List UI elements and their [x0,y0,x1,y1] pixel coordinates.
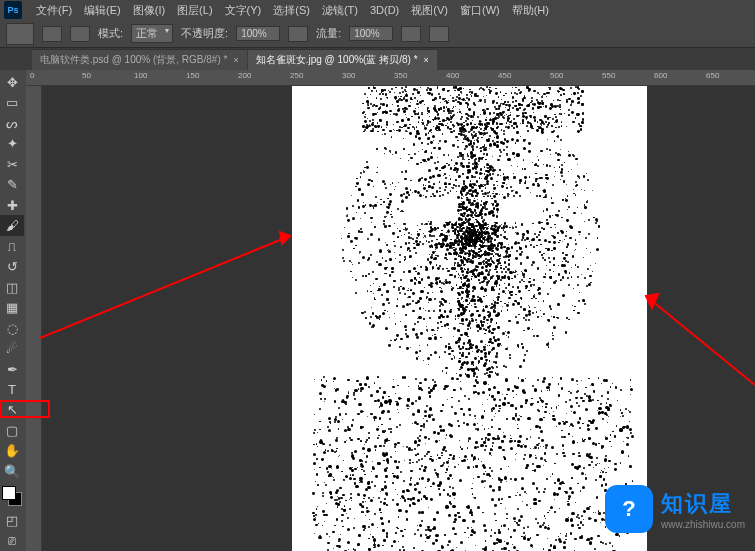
airbrush-toggle[interactable] [401,26,421,42]
menu-bar: Ps 文件(F) 编辑(E) 图像(I) 图层(L) 文字(Y) 选择(S) 滤… [0,0,755,20]
image-content [292,86,647,551]
opacity-label: 不透明度: [181,26,228,41]
brush-panel-toggle[interactable] [70,26,90,42]
foreground-color[interactable] [2,486,16,500]
tool-preset-picker[interactable] [6,23,34,45]
flow-field[interactable]: 100% [349,26,393,41]
document-tab[interactable]: 知名雀斑女.jpg @ 100%(蓝 拷贝/8) *× [248,49,437,70]
annotation-highlight [0,400,50,418]
marquee-tool[interactable]: ▭ [0,92,24,112]
menu-view[interactable]: 视图(V) [405,3,454,18]
mode-label: 模式: [98,26,123,41]
close-icon[interactable]: × [424,55,429,65]
close-icon[interactable]: × [233,55,238,65]
document-tab-bar: 电脑软件类.psd @ 100% (背景, RGB/8#) *× 知名雀斑女.j… [0,48,755,70]
menu-help[interactable]: 帮助(H) [506,3,555,18]
lasso-tool[interactable]: ᔕ [0,113,24,133]
pen-tool[interactable]: ✒ [0,359,24,379]
flow-label: 流量: [316,26,341,41]
menu-edit[interactable]: 编辑(E) [78,3,127,18]
tool-panel: ✥ ▭ ᔕ ✦ ✂ ✎ ✚ 🖌 ⎍ ↺ ◫ ▦ ◌ ☄ ✒ T ↖ ▢ ✋ 🔍 … [0,70,26,551]
svg-marker-3 [646,294,658,308]
hand-tool[interactable]: ✋ [0,441,24,461]
type-tool[interactable]: T [0,379,24,399]
brush-tool[interactable]: 🖌 [0,215,24,235]
menu-image[interactable]: 图像(I) [127,3,171,18]
menu-filter[interactable]: 滤镜(T) [316,3,364,18]
menu-file[interactable]: 文件(F) [30,3,78,18]
shape-tool[interactable]: ▢ [0,420,24,440]
menu-select[interactable]: 选择(S) [267,3,316,18]
canvas[interactable] [292,86,647,551]
menu-layer[interactable]: 图层(L) [171,3,218,18]
wand-tool[interactable]: ✦ [0,133,24,153]
app-logo: Ps [4,1,22,19]
stamp-tool[interactable]: ⎍ [0,236,24,256]
watermark-url: www.zhishiwu.com [661,519,745,530]
document-tab[interactable]: 电脑软件类.psd @ 100% (背景, RGB/8#) *× [32,49,247,70]
svg-line-0 [40,236,290,338]
gradient-tool[interactable]: ▦ [0,297,24,317]
blend-mode-select[interactable]: 正常 [131,24,173,43]
screen-mode-toggle[interactable]: ⎚ [0,531,24,551]
watermark-icon [605,485,653,533]
eraser-tool[interactable]: ◫ [0,277,24,297]
annotation-arrow-left [40,230,300,350]
watermark-title: 知识屋 [661,489,745,519]
options-bar: 模式: 正常 不透明度: 100% 流量: 100% [0,20,755,48]
menu-type[interactable]: 文字(Y) [219,3,268,18]
menu-window[interactable]: 窗口(W) [454,3,506,18]
history-brush-tool[interactable]: ↺ [0,256,24,276]
brush-preset-picker[interactable] [42,26,62,42]
svg-marker-1 [280,232,290,244]
zoom-tool[interactable]: 🔍 [0,461,24,481]
crop-tool[interactable]: ✂ [0,154,24,174]
menu-3d[interactable]: 3D(D) [364,4,405,16]
pressure-opacity-toggle[interactable] [288,26,308,42]
svg-line-2 [646,296,755,385]
annotation-arrow-right [640,290,755,390]
ruler-horizontal[interactable]: 0 50 100 150 200 250 300 350 400 450 500… [26,70,755,86]
dodge-tool[interactable]: ☄ [0,338,24,358]
quickmask-toggle[interactable]: ◰ [0,510,24,530]
color-swatch[interactable] [2,486,24,506]
opacity-field[interactable]: 100% [236,26,280,41]
move-tool[interactable]: ✥ [0,72,24,92]
eyedropper-tool[interactable]: ✎ [0,174,24,194]
heal-tool[interactable]: ✚ [0,195,24,215]
pressure-size-toggle[interactable] [429,26,449,42]
watermark: 知识屋 www.zhishiwu.com [605,485,745,533]
blur-tool[interactable]: ◌ [0,318,24,338]
